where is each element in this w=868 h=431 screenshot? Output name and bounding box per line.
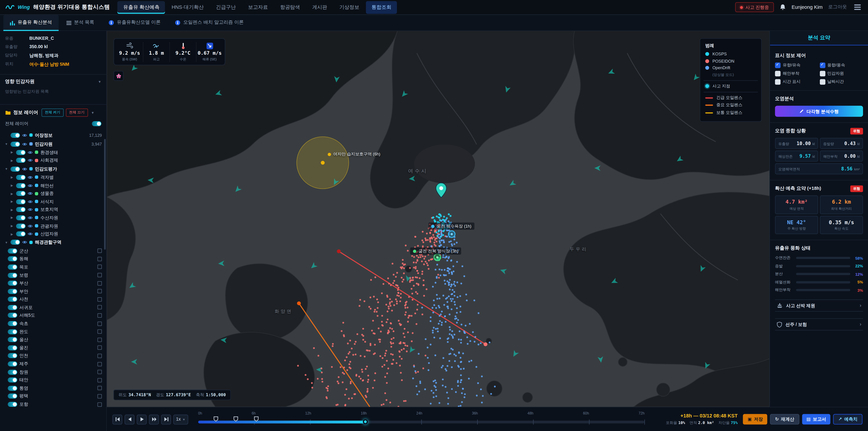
layer-toggle[interactable] xyxy=(8,273,17,278)
visibility-eye-icon[interactable] xyxy=(28,151,33,154)
layer-row[interactable]: ▼ 해경관할구역 xyxy=(0,238,106,247)
master-layer-toggle[interactable] xyxy=(92,121,101,126)
layer-toggle[interactable] xyxy=(8,402,17,407)
layer-toggle[interactable] xyxy=(8,361,17,366)
display-checkbox[interactable]: 유향/유속 xyxy=(775,63,818,68)
tree-caret-icon[interactable]: ▶ xyxy=(10,208,14,211)
layer-row[interactable]: 포항 xyxy=(0,400,106,408)
tree-caret-icon[interactable]: ▶ xyxy=(10,232,14,236)
timeline-handle[interactable] xyxy=(363,419,368,424)
nav-item[interactable]: 보고자료 xyxy=(243,1,274,13)
vessel-specs-row[interactable]: 사고 선박 제원 › xyxy=(775,300,863,312)
filter-chevron-icon[interactable]: ▼ xyxy=(91,111,94,114)
tab-item[interactable]: 오일펜스 배치 알고리즘 이론 xyxy=(168,15,250,31)
play-button[interactable] xyxy=(137,414,147,424)
playback-speed-select[interactable]: 1x ▼ xyxy=(174,414,188,424)
layer-toggle[interactable] xyxy=(8,386,17,391)
layer-toggle[interactable] xyxy=(8,305,17,310)
visibility-eye-icon[interactable] xyxy=(28,224,33,228)
action-button[interactable]: ↗ 예측치 xyxy=(833,414,862,425)
step-back-button[interactable] xyxy=(125,414,134,424)
visibility-eye-icon[interactable] xyxy=(28,184,33,187)
layer-row[interactable]: ▶ 산업자원 xyxy=(0,230,106,238)
display-checkbox[interactable]: 날짜시간 xyxy=(819,79,863,85)
layer-extent-icon[interactable] xyxy=(97,305,102,310)
layer-row[interactable]: 어장정보 17,129 xyxy=(0,131,106,140)
checkbox-icon[interactable] xyxy=(819,79,825,85)
layer-toggle[interactable] xyxy=(8,329,17,334)
polygon-analysis-button[interactable]: 다각형 분석수행 xyxy=(775,106,863,117)
layer-toggle[interactable] xyxy=(8,321,17,326)
layer-extent-icon[interactable] xyxy=(97,265,102,269)
all-layers-off-button[interactable]: 전체 끄기 xyxy=(66,109,88,117)
layer-toggle[interactable] xyxy=(16,150,26,155)
layer-toggle[interactable] xyxy=(16,183,26,188)
layer-row[interactable]: 속초 xyxy=(0,319,106,328)
layer-extent-icon[interactable] xyxy=(97,370,102,374)
incident-pin-icon[interactable] xyxy=(436,183,447,197)
skip-end-button[interactable] xyxy=(161,414,171,424)
layer-row[interactable]: ▶ 사회경제 xyxy=(0,156,106,164)
tree-caret-icon[interactable]: ▶ xyxy=(10,176,14,179)
layer-extent-icon[interactable] xyxy=(97,378,102,382)
action-button[interactable]: ▣ 저장 xyxy=(743,414,767,425)
visibility-eye-icon[interactable] xyxy=(22,241,27,244)
tab-item[interactable]: 유출유확산모델 이론 xyxy=(102,15,167,31)
layer-toggle[interactable] xyxy=(16,215,26,220)
tree-caret-icon[interactable]: ▶ xyxy=(10,159,14,162)
oil-fence-marker-icon[interactable] xyxy=(254,414,258,424)
map-canvas[interactable]: 9.2 m/s 풍속 (SW) 1.8 m 파고 9.2°C 수온 0.67 m… xyxy=(107,31,770,407)
action-button[interactable]: ▤ 보고서 xyxy=(802,414,831,425)
tree-caret-icon[interactable]: ▶ xyxy=(10,216,14,219)
layer-row[interactable]: ▶ 서식지 xyxy=(0,197,106,206)
layer-toggle[interactable] xyxy=(16,191,26,196)
layer-toggle[interactable] xyxy=(11,240,20,245)
oil-fence-marker-icon[interactable] xyxy=(234,414,239,424)
layer-toggle[interactable] xyxy=(8,297,17,302)
skip-start-button[interactable] xyxy=(112,414,122,424)
layer-toggle[interactable] xyxy=(8,353,17,359)
layer-toggle[interactable] xyxy=(8,337,17,342)
layer-toggle[interactable] xyxy=(8,265,17,269)
layer-row[interactable]: 부산 xyxy=(0,279,106,287)
visibility-eye-icon[interactable] xyxy=(28,192,33,195)
oil-fence-marker-icon[interactable] xyxy=(213,414,218,424)
layer-row[interactable]: 울산 xyxy=(0,336,106,344)
layer-row[interactable]: 창원 xyxy=(0,368,106,376)
tree-caret-icon[interactable]: ▶ xyxy=(10,184,14,187)
layer-extent-icon[interactable] xyxy=(97,354,102,358)
layer-extent-icon[interactable] xyxy=(97,330,102,334)
layer-toggle[interactable] xyxy=(16,175,26,180)
layer-extent-icon[interactable] xyxy=(97,313,102,318)
layer-row[interactable]: 완도 xyxy=(0,328,106,336)
layer-extent-icon[interactable] xyxy=(97,386,102,391)
action-button[interactable]: ↻ 재계산 xyxy=(770,414,799,425)
layer-row[interactable]: 동해 xyxy=(0,255,106,263)
layer-row[interactable]: 제주 xyxy=(0,360,106,368)
layer-extent-icon[interactable] xyxy=(97,289,102,294)
layer-row[interactable]: 목포 xyxy=(0,263,106,271)
layer-toggle[interactable] xyxy=(8,345,17,350)
layer-toggle[interactable] xyxy=(16,199,26,204)
layer-extent-icon[interactable] xyxy=(97,273,102,277)
layer-row[interactable]: ▶ 생물종 xyxy=(0,189,106,197)
notification-bell-icon[interactable] xyxy=(779,4,786,10)
display-checkbox[interactable]: 풍향/풍속 xyxy=(819,63,863,68)
layer-toggle[interactable] xyxy=(8,248,17,253)
fast-forward-button[interactable] xyxy=(149,414,159,424)
farm-marker[interactable] xyxy=(434,254,440,260)
visibility-eye-icon[interactable] xyxy=(22,167,27,171)
layer-row[interactable]: 서귀포 xyxy=(0,303,106,311)
tree-caret-icon[interactable]: ▼ xyxy=(4,142,8,146)
all-layers-on-button[interactable]: 전체 켜기 xyxy=(41,109,63,117)
layer-row[interactable]: ▼ 민감도평가 xyxy=(0,164,106,173)
impact-header[interactable]: 영향 민감자원 ▼ xyxy=(5,79,101,85)
layer-toggle[interactable] xyxy=(8,256,17,261)
layer-toggle[interactable] xyxy=(8,313,17,318)
tree-caret-icon[interactable]: ▼ xyxy=(4,167,8,171)
layer-toggle[interactable] xyxy=(8,378,17,382)
visibility-eye-icon[interactable] xyxy=(28,208,33,212)
layer-row[interactable]: ▶ 해안선 xyxy=(0,182,106,190)
nav-item[interactable]: 게시판 xyxy=(307,1,333,13)
owner-insurance-row[interactable]: 선주 / 보험 › xyxy=(775,318,863,331)
